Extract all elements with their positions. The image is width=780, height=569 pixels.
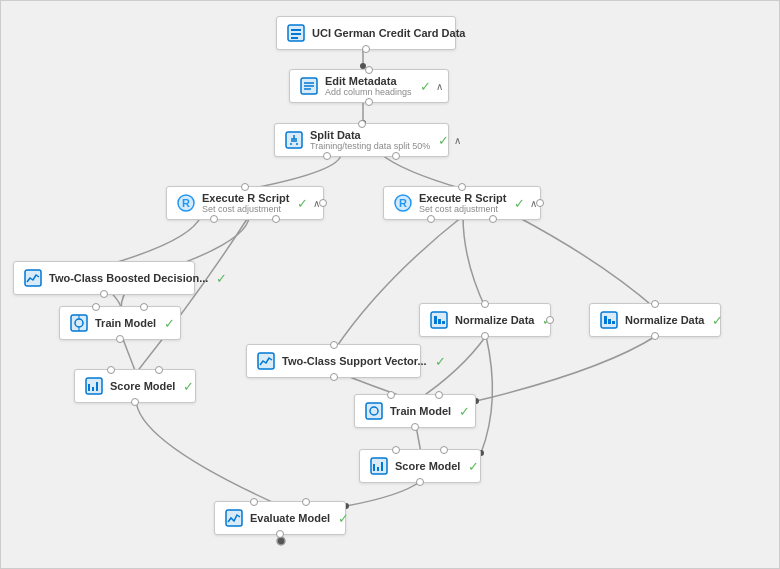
execute-r-right-check: ✓	[514, 196, 525, 211]
evaluate-port-top-right	[302, 498, 310, 506]
train-left-port-top-right	[140, 303, 148, 311]
two-class-boosted-title: Two-Class Boosted Decision...	[49, 272, 208, 284]
svg-rect-55	[258, 353, 274, 369]
svg-rect-24	[291, 37, 298, 39]
train-left-port-bottom	[116, 335, 124, 343]
svm-port-bottom	[330, 373, 338, 381]
train-right-port-top-left	[387, 391, 395, 399]
score-left-port-top-right	[155, 366, 163, 374]
two-class-boosted-port-bottom	[100, 290, 108, 298]
svm-check: ✓	[435, 354, 446, 369]
boosted-icon	[22, 267, 44, 289]
execute-r-left-port-top	[241, 183, 249, 191]
train-left-port-top-left	[92, 303, 100, 311]
execute-r-right-port-bottom-left	[427, 215, 435, 223]
edit-metadata-caret: ∧	[436, 81, 443, 92]
split-data-title: Split Data	[310, 129, 430, 141]
train-left-title: Train Model	[95, 317, 156, 329]
execute-r-right-title: Execute R Script	[419, 192, 506, 204]
train-right-icon	[363, 400, 385, 422]
svg-rect-42	[434, 316, 437, 324]
svg-rect-49	[612, 321, 615, 324]
two-class-boosted-check: ✓	[216, 271, 227, 286]
edit-metadata-check: ✓	[420, 79, 431, 94]
normalize-left-port-top	[481, 300, 489, 308]
evaluate-port-top-left	[250, 498, 258, 506]
execute-r-right-subtitle: Set cost adjustment	[419, 204, 506, 214]
evaluate-check: ✓	[338, 511, 349, 526]
svm-icon	[255, 350, 277, 372]
svg-rect-43	[438, 319, 441, 324]
svg-rect-70	[226, 510, 242, 526]
execute-r-left-node[interactable]: R Execute R Script Set cost adjustment ✓…	[166, 186, 324, 220]
execute-r-right-port-top	[458, 183, 466, 191]
train-right-port-top-right	[435, 391, 443, 399]
normalize-data-right-node[interactable]: Normalize Data ✓	[589, 303, 721, 337]
execute-r-left-check: ✓	[297, 196, 308, 211]
train-model-right-node[interactable]: Train Model ✓	[354, 394, 476, 428]
svg-rect-38	[25, 270, 41, 286]
svm-port-top	[330, 341, 338, 349]
score-right-port-top-left	[392, 446, 400, 454]
svg-text:R: R	[399, 197, 407, 209]
edit-metadata-port-top	[365, 66, 373, 74]
execute-r-left-title: Execute R Script	[202, 192, 289, 204]
split-data-port-bottom-right	[392, 152, 400, 160]
execute-r-right-port-right	[536, 199, 544, 207]
edit-metadata-title: Edit Metadata	[325, 75, 412, 87]
score-model-left-node[interactable]: Score Model ✓	[74, 369, 196, 403]
svg-rect-47	[604, 316, 607, 324]
split-data-check: ✓	[438, 133, 449, 148]
rscript-left-icon: R	[175, 192, 197, 214]
train-model-left-node[interactable]: Train Model ✓	[59, 306, 181, 340]
two-class-svm-node[interactable]: Two-Class Support Vector... ✓	[246, 344, 421, 378]
execute-r-left-port-bottom-left	[210, 215, 218, 223]
svg-point-19	[277, 537, 285, 545]
execute-r-right-port-bottom-right	[489, 215, 497, 223]
evaluate-model-node[interactable]: Evaluate Model ✓	[214, 501, 346, 535]
svg-text:R: R	[182, 197, 190, 209]
svg-rect-48	[608, 319, 611, 324]
normalize-data-left-node[interactable]: Normalize Data ✓	[419, 303, 551, 337]
svg-rect-22	[291, 29, 301, 31]
normalize-left-title: Normalize Data	[455, 314, 534, 326]
train-right-check: ✓	[459, 404, 470, 419]
split-data-node[interactable]: Split Data Training/testing data split 5…	[274, 123, 449, 157]
dataset-icon	[285, 22, 307, 44]
edit-metadata-subtitle: Add column headings	[325, 87, 412, 97]
workflow-canvas: UCI German Credit Card Data Edit Metadat…	[0, 0, 780, 569]
edit-metadata-node[interactable]: Edit Metadata Add column headings ✓ ∧	[289, 69, 449, 103]
split-data-port-bottom-left	[323, 152, 331, 160]
two-class-boosted-node[interactable]: Two-Class Boosted Decision... ✓	[13, 261, 195, 295]
uci-node[interactable]: UCI German Credit Card Data	[276, 16, 456, 50]
score-right-title: Score Model	[395, 460, 460, 472]
score-left-port-bottom	[131, 398, 139, 406]
normalize-left-icon	[428, 309, 450, 331]
train-left-icon	[68, 312, 90, 334]
split-icon	[283, 129, 305, 151]
uci-port-bottom	[362, 45, 370, 53]
uci-title: UCI German Credit Card Data	[312, 27, 465, 39]
normalize-right-port-bottom	[651, 332, 659, 340]
train-right-title: Train Model	[390, 405, 451, 417]
edit-metadata-port-bottom	[365, 98, 373, 106]
svg-rect-23	[291, 33, 301, 35]
normalize-left-port-bottom	[481, 332, 489, 340]
score-right-port-bottom	[416, 478, 424, 486]
svg-rect-30	[286, 132, 302, 148]
execute-r-right-node[interactable]: R Execute R Script Set cost adjustment ✓…	[383, 186, 541, 220]
split-data-port-top	[358, 120, 366, 128]
execute-r-left-port-right	[319, 199, 327, 207]
svg-rect-62	[366, 403, 382, 419]
svg-rect-44	[442, 321, 445, 324]
train-right-port-bottom	[411, 423, 419, 431]
normalize-left-port-right	[546, 316, 554, 324]
score-model-right-node[interactable]: Score Model ✓	[359, 449, 481, 483]
score-right-check: ✓	[468, 459, 479, 474]
split-data-caret: ∧	[454, 135, 461, 146]
normalize-right-icon	[598, 309, 620, 331]
score-right-icon	[368, 455, 390, 477]
score-left-icon	[83, 375, 105, 397]
normalize-right-port-top	[651, 300, 659, 308]
metadata-icon	[298, 75, 320, 97]
